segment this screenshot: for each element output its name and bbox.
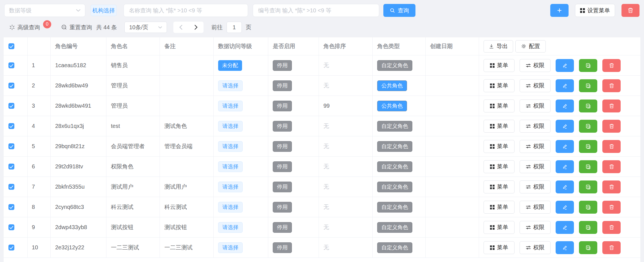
row-edit-button[interactable] xyxy=(556,241,574,254)
row-menu-button[interactable]: 菜单 xyxy=(484,59,515,72)
enabled-badge[interactable]: 停用 xyxy=(273,141,292,152)
row-permission-button[interactable]: 权限 xyxy=(520,140,551,153)
row-edit-button[interactable] xyxy=(556,59,574,72)
row-permission-button[interactable]: 权限 xyxy=(520,59,551,72)
row-menu-button[interactable]: 菜单 xyxy=(484,160,515,173)
row-menu-button[interactable]: 菜单 xyxy=(484,180,515,193)
row-edit-button[interactable] xyxy=(556,201,574,214)
row-checkbox[interactable] xyxy=(8,123,14,129)
row-copy-button[interactable] xyxy=(579,140,597,153)
row-permission-button[interactable]: 权限 xyxy=(520,201,551,214)
export-button[interactable]: 导出 xyxy=(484,40,513,53)
row-edit-button[interactable] xyxy=(556,160,574,173)
access-level-badge[interactable]: 请选择 xyxy=(218,182,243,192)
access-level-badge[interactable]: 请选择 xyxy=(218,222,243,233)
row-menu-button[interactable]: 菜单 xyxy=(484,79,515,92)
row-checkbox[interactable] xyxy=(8,164,14,170)
access-level-badge[interactable]: 请选择 xyxy=(218,161,243,172)
name-query-input[interactable] xyxy=(124,4,248,17)
row-menu-button[interactable]: 菜单 xyxy=(484,221,515,234)
data-level-select[interactable]: 数据等级 xyxy=(4,4,85,17)
pencil-icon xyxy=(562,103,568,109)
access-level-badge[interactable]: 请选择 xyxy=(218,121,243,132)
role-code: 28wkd6bw491 xyxy=(51,96,106,116)
row-delete-button[interactable] xyxy=(602,140,621,153)
row-copy-button[interactable] xyxy=(579,221,597,234)
row-checkbox[interactable] xyxy=(8,62,14,68)
delete-selected-button[interactable] xyxy=(621,4,639,17)
chevron-left-icon[interactable] xyxy=(179,24,183,30)
advanced-query-button[interactable]: 高级查询 0 xyxy=(9,22,51,33)
row-delete-button[interactable] xyxy=(602,201,621,214)
goto-page-input[interactable] xyxy=(227,22,242,33)
row-checkbox[interactable] xyxy=(8,143,14,149)
access-level-badge[interactable]: 请选择 xyxy=(218,80,243,91)
config-button[interactable]: 配置 xyxy=(515,40,546,53)
row-menu-label: 菜单 xyxy=(497,223,508,231)
row-edit-button[interactable] xyxy=(556,140,574,153)
row-menu-button[interactable]: 菜单 xyxy=(484,201,515,214)
enabled-badge[interactable]: 停用 xyxy=(273,101,292,111)
access-level-badge[interactable]: 请选择 xyxy=(218,101,243,111)
access-level-badge[interactable]: 请选择 xyxy=(218,141,243,152)
setup-menu-button[interactable]: 设置菜单 xyxy=(575,4,615,17)
access-level-badge[interactable]: 未分配 xyxy=(218,60,242,71)
row-permission-button[interactable]: 权限 xyxy=(520,100,551,112)
row-permission-button[interactable]: 权限 xyxy=(520,79,551,92)
org-select-button[interactable]: 机构选择 xyxy=(91,5,117,16)
row-menu-button[interactable]: 菜单 xyxy=(484,241,515,254)
row-checkbox[interactable] xyxy=(8,184,14,190)
chevron-right-icon[interactable] xyxy=(194,24,198,30)
row-delete-button[interactable] xyxy=(602,100,621,112)
code-query-input[interactable] xyxy=(253,4,379,17)
enabled-badge[interactable]: 停用 xyxy=(273,161,292,172)
row-permission-button[interactable]: 权限 xyxy=(520,241,551,254)
row-delete-button[interactable] xyxy=(602,120,621,133)
access-level-badge[interactable]: 请选择 xyxy=(218,202,243,213)
row-copy-button[interactable] xyxy=(579,160,597,173)
row-delete-button[interactable] xyxy=(602,160,621,173)
enabled-badge[interactable]: 停用 xyxy=(273,242,292,253)
row-copy-button[interactable] xyxy=(579,180,597,193)
row-copy-button[interactable] xyxy=(579,201,597,214)
row-permission-button[interactable]: 权限 xyxy=(520,160,551,173)
enabled-badge[interactable]: 停用 xyxy=(273,182,292,192)
row-checkbox[interactable] xyxy=(8,103,14,109)
row-checkbox[interactable] xyxy=(8,245,14,250)
row-edit-button[interactable] xyxy=(556,79,574,92)
row-permission-button[interactable]: 权限 xyxy=(520,180,551,193)
row-checkbox[interactable] xyxy=(8,83,14,89)
row-edit-button[interactable] xyxy=(556,120,574,133)
row-permission-button[interactable]: 权限 xyxy=(520,120,551,133)
row-copy-button[interactable] xyxy=(579,59,597,72)
row-edit-button[interactable] xyxy=(556,180,574,193)
enabled-badge[interactable]: 停用 xyxy=(273,202,292,213)
reset-query-button[interactable]: 重置查询 xyxy=(61,22,92,33)
enabled-badge[interactable]: 停用 xyxy=(273,121,292,132)
enabled-badge[interactable]: 停用 xyxy=(273,80,292,91)
row-menu-button[interactable]: 菜单 xyxy=(484,100,515,112)
search-button[interactable]: 查询 xyxy=(383,4,415,17)
access-level-badge[interactable]: 请选择 xyxy=(218,242,243,253)
row-delete-button[interactable] xyxy=(602,79,621,92)
add-button[interactable]: + xyxy=(550,4,569,17)
row-delete-button[interactable] xyxy=(602,180,621,193)
row-delete-button[interactable] xyxy=(602,221,621,234)
row-menu-button[interactable]: 菜单 xyxy=(484,140,515,153)
page-size-select[interactable]: 10条/页 xyxy=(124,22,167,33)
enabled-badge[interactable]: 停用 xyxy=(273,222,292,233)
row-delete-button[interactable] xyxy=(602,59,621,72)
row-copy-button[interactable] xyxy=(579,100,597,112)
row-checkbox[interactable] xyxy=(8,224,14,230)
row-menu-button[interactable]: 菜单 xyxy=(484,120,515,133)
row-edit-button[interactable] xyxy=(556,221,574,234)
enabled-badge[interactable]: 停用 xyxy=(273,60,292,71)
row-permission-button[interactable]: 权限 xyxy=(520,221,551,234)
row-edit-button[interactable] xyxy=(556,100,574,112)
select-all-checkbox[interactable] xyxy=(8,43,14,49)
row-copy-button[interactable] xyxy=(579,241,597,254)
row-copy-button[interactable] xyxy=(579,79,597,92)
row-checkbox[interactable] xyxy=(8,204,14,210)
row-delete-button[interactable] xyxy=(602,241,621,254)
row-copy-button[interactable] xyxy=(579,120,597,133)
